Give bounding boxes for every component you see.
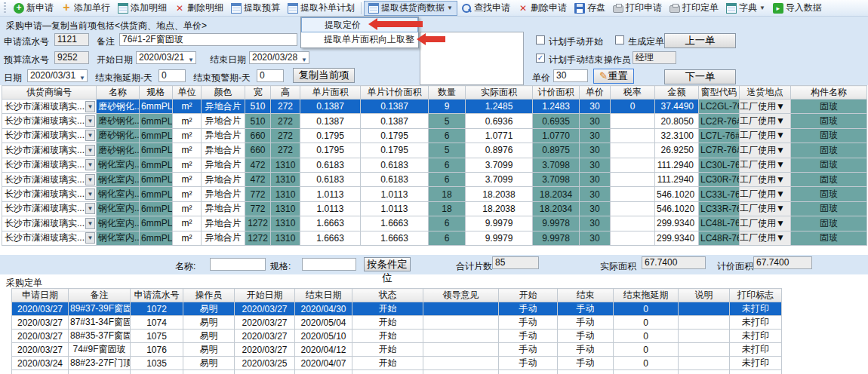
combo-arrow-icon[interactable]: ▼ [85,232,95,244]
combo-arrow-icon[interactable]: ▼ [85,145,95,156]
manual-start-checkbox[interactable] [536,35,545,44]
column-header[interactable]: 操作员 [183,289,235,302]
table-row[interactable]: 长沙市潇湘玻璃实...▼钢化室内...6mmPLE...m²异地合片127213… [2,216,867,231]
combo-arrow-icon[interactable]: ▼ [85,203,95,214]
cell-delivery[interactable]: 工厂使用▼ [740,216,791,231]
column-header[interactable]: 宽 [245,86,271,100]
table-row[interactable]: 长沙市潇湘玻璃实...▼钢化室内...6mmPLE...m²异地合片127213… [2,231,867,245]
cell-supplier[interactable]: 长沙市潇湘玻璃实...▼ [2,231,97,245]
gen-order-checkbox[interactable] [615,35,624,44]
cell-supplier[interactable]: 长沙市潇湘玻璃实...▼ [2,100,97,114]
column-header[interactable]: 领导意见 [423,289,499,302]
cell-supplier[interactable]: 长沙市潇湘玻璃实...▼ [2,128,97,143]
combo-arrow-icon[interactable]: ▼ [776,203,785,213]
toolbar-button-14[interactable]: 导入数据 [769,1,826,16]
column-header[interactable]: 申请日期 [12,289,69,302]
toolbar-button-1[interactable]: 新申请 [10,1,57,16]
combo-arrow-icon[interactable]: ▼ [776,189,785,199]
cell-supplier[interactable]: 长沙市潇湘玻璃实...▼ [2,187,97,201]
column-header[interactable]: 颜色 [202,86,245,100]
combo-arrow-icon[interactable]: ▼ [776,145,785,155]
column-header[interactable]: 开始日期 [235,289,295,302]
cell-supplier[interactable]: 长沙市潇湘玻璃实...▼ [2,201,97,216]
column-header[interactable]: 说明 [679,289,730,302]
toolbar-button-9[interactable]: 删除申请 [514,1,571,16]
column-header[interactable]: 构件名称 [791,86,867,100]
combo-arrow-icon[interactable]: ▼ [776,101,785,112]
combo-arrow-icon[interactable]: ▼ [776,115,785,126]
column-header[interactable]: 金额 [655,86,699,100]
cell-supplier[interactable]: 长沙市潇湘玻璃实...▼ [2,216,97,231]
column-header[interactable]: 申请流水号 [131,289,183,302]
combo-arrow-icon[interactable]: ▼ [776,174,785,185]
combo-arrow-icon[interactable]: ▼ [85,174,95,185]
cell-supplier[interactable]: 长沙市潇湘玻璃实...▼ [2,114,97,128]
column-header[interactable]: 结束日期 [295,289,352,302]
toolbar-button-7[interactable]: 提取供货商数据▼ [364,1,457,16]
column-header[interactable]: 结束 [558,289,614,302]
filter-name-input[interactable] [210,258,266,271]
date-select[interactable]: 2020/03/31▼ [27,69,88,82]
column-header[interactable]: 高 [271,86,300,100]
toolbar-button-12[interactable]: 打印定单 [666,1,722,16]
toolbar-button-4[interactable]: 删除明细 [171,1,227,16]
column-header[interactable]: 单片计价面积 [361,86,429,100]
locate-button[interactable]: 按条件定位 [364,257,411,271]
toolbar-button-2[interactable]: 添加单行 [57,1,114,16]
toolbar-button-13[interactable]: 字典▼ [722,1,769,16]
end-warn-field[interactable]: 0 [257,69,284,82]
column-header[interactable]: 状态 [352,289,423,302]
column-header[interactable]: 计价面积 [533,86,580,100]
toolbar-button-3[interactable]: 添加明细 [114,1,171,16]
column-header[interactable]: 结束拖延期 [614,289,679,302]
unit-price-field[interactable]: 30 [553,69,588,82]
column-header[interactable]: 税率 [611,86,655,100]
combo-arrow-icon[interactable]: ▼ [776,159,785,170]
toolbar-button-6[interactable]: 提取补单计划 [284,1,359,16]
table-row[interactable]: 2020/03/2488#23-27F门顶玻1035易明2020/03/2520… [12,357,782,370]
table-row[interactable]: 长沙市潇湘玻璃实...▼磨砂钢化...6mmPLE...m²异地合片510272… [2,114,867,128]
combo-arrow-icon[interactable]: ▼ [776,218,785,228]
table-row[interactable]: 长沙市潇湘玻璃实...▼磨砂钢化...6mmPLE...m²异地合片660272… [2,143,867,158]
combo-arrow-icon[interactable]: ▼ [85,159,95,170]
cell-supplier[interactable]: 长沙市潇湘玻璃实...▼ [2,158,97,172]
table-row[interactable]: 长沙市潇湘玻璃实...▼钢化室内...6mmPLE...m²异地合片472131… [2,158,867,172]
column-header[interactable]: 打印标志 [730,289,782,302]
cell-supplier[interactable]: 长沙市潇湘玻璃实...▼ [2,172,97,186]
remark-field[interactable]: 76#1-2F窗固玻 [119,33,297,46]
cell-supplier[interactable]: 长沙市潇湘玻璃实...▼ [2,143,97,158]
toolbar-button-11[interactable]: 打印申请 [609,1,666,16]
toolbar-button-5[interactable]: 提取预算 [227,1,284,16]
table-row[interactable]: 2020/03/2789#37-39F窗固玻1072易明2020/03/2720… [12,302,782,316]
cell-delivery[interactable]: 工厂使用▼ [740,187,791,201]
cell-delivery[interactable]: 工厂使用▼ [740,231,791,245]
column-header[interactable]: 名称 [97,86,140,100]
toolbar-button-8[interactable]: 查找申请 [457,1,514,16]
column-header[interactable]: 送货地点 [740,86,791,100]
column-header[interactable]: 数量 [429,86,466,100]
prev-order-button[interactable]: 上一单 [664,33,736,48]
reset-button[interactable]: ✎重置 [593,69,634,84]
cell-delivery[interactable]: 工厂使用▼ [740,201,791,216]
budget-no-field[interactable]: 9252 [54,51,89,64]
cell-delivery[interactable]: 工厂使用▼ [740,100,791,114]
column-header[interactable]: 备注 [69,289,131,302]
combo-arrow-icon[interactable]: ▼ [776,232,785,243]
cell-delivery[interactable]: 工厂使用▼ [740,143,791,158]
table-row[interactable]: 长沙市潇湘玻璃实...▼钢化室内...6mmPLE...m²异地合片772131… [2,187,867,201]
toolbar-button-10[interactable]: 存盘 [571,1,609,16]
next-order-button[interactable]: 下一单 [664,69,736,84]
combo-arrow-icon[interactable]: ▼ [776,130,785,140]
table-row[interactable]: 长沙市潇湘玻璃实...▼磨砂钢化...6mmPLE...m²异地合片510272… [2,100,867,114]
table-row[interactable]: 长沙市潇湘玻璃实...▼钢化室内...6mmPLE...m²异地合片472131… [2,172,867,186]
copy-current-button[interactable]: 复制当前项 [293,68,355,83]
combo-arrow-icon[interactable]: ▼ [85,218,95,229]
column-header[interactable]: 单价 [580,86,611,100]
cell-delivery[interactable]: 工厂使用▼ [740,158,791,172]
cell-delivery[interactable]: 工厂使用▼ [740,128,791,143]
table-row[interactable]: 2020/03/2774#9F窗固玻1076易明2020/03/272020/0… [12,343,782,357]
start-date-select[interactable]: 2020/03/21▼ [136,51,196,64]
combo-arrow-icon[interactable]: ▼ [85,189,95,200]
column-header[interactable]: 开始 [499,289,558,302]
column-header[interactable]: 规格 [140,86,173,100]
